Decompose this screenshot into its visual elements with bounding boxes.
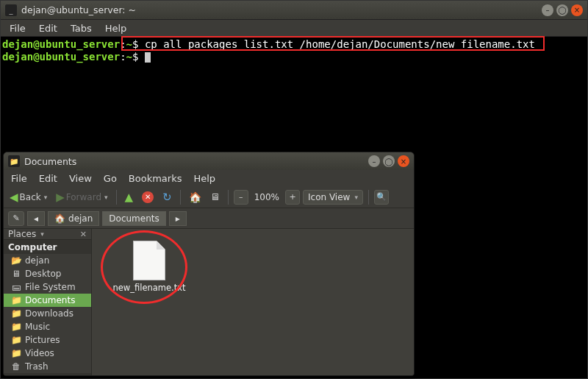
sidebar-item-documents[interactable]: 📁Documents [4,294,91,307]
menu-tabs[interactable]: Tabs [65,21,98,35]
fm-title: Documents [24,156,368,167]
zoom-in-button[interactable]: + [285,190,300,205]
menu-edit[interactable]: Edit [33,171,63,185]
drive-icon: 🖴 [11,282,21,292]
menu-view[interactable]: View [63,171,98,185]
stop-icon: ✕ [142,191,154,203]
terminal-menubar: File Edit Tabs Help [1,20,587,37]
menu-edit[interactable]: Edit [33,21,63,35]
fm-titlebar[interactable]: 📁 Documents – ◯ × [4,152,414,170]
sidebar-item-filesystem[interactable]: 🖴File System [4,280,91,294]
menu-help[interactable]: Help [99,21,133,35]
prompt-symbol: $ [132,51,138,63]
zoom-value: 100% [251,192,282,202]
pencil-icon: ✎ [12,213,19,223]
back-button[interactable]: ◀ Back ▾ [7,189,50,205]
prompt-user-host: dejan@ubuntu_server [2,51,120,63]
folder-icon: 📁 [11,348,21,358]
arrow-left-icon: ◀ [10,191,18,204]
forward-label: Forward [66,192,101,202]
sidebar-item-label: Music [25,322,50,332]
computer-button[interactable]: 🖥 [207,190,223,204]
toolbar-separator [228,190,229,205]
fm-locationbar: ✎ ◂ 🏠 dejan Documents ▸ [4,208,414,229]
up-button[interactable]: ▲ [122,189,137,205]
sidebar-item-downloads[interactable]: 📁Downloads [4,307,91,320]
sidebar-header[interactable]: Places ▾ ✕ [4,229,91,240]
file-manager-window: 📁 Documents – ◯ × File Edit View Go Book… [3,152,415,376]
breadcrumb-forward[interactable]: ▸ [169,211,187,226]
terminal-line-2: dejan@ubuntu_server:~$ [2,51,586,63]
reload-icon: ↻ [162,191,172,204]
trash-icon: 🗑 [11,361,21,372]
chevron-down-icon: ▾ [40,230,44,238]
folder-icon: 📁 [11,322,21,332]
sidebar-item-label: Documents [25,295,75,305]
chevron-down-icon: ▾ [44,194,48,201]
fm-toolbar: ◀ Back ▾ ▶ Forward ▾ ▲ ✕ ↻ 🏠 🖥 – 100% + … [4,186,414,208]
menu-file[interactable]: File [5,171,33,185]
search-button[interactable]: 🔍 [374,190,389,205]
reload-button[interactable]: ↻ [159,189,175,205]
forward-button[interactable]: ▶ Forward ▾ [53,189,110,205]
menu-file[interactable]: File [4,21,32,35]
view-mode-select[interactable]: Icon View ▾ [303,190,363,205]
stop-button[interactable]: ✕ [139,190,157,205]
sidebar-item-trash[interactable]: 🗑Trash [4,360,91,373]
maximize-button[interactable]: ◯ [556,4,568,16]
maximize-button[interactable]: ◯ [383,155,395,167]
breadcrumb-home[interactable]: 🏠 dejan [48,211,99,226]
sidebar-item-desktop[interactable]: 🖥Desktop [4,267,91,280]
prompt-user-host: dejan@ubuntu_server [2,38,120,50]
minimize-button[interactable]: – [368,155,380,167]
search-icon: 🔍 [376,192,387,202]
arrow-up-icon: ▲ [125,191,134,204]
sidebar-item-pictures[interactable]: 📁Pictures [4,333,91,347]
folder-icon: 📁 [11,335,21,345]
terminal-title: dejan@ubuntu_server: ~ [21,4,542,15]
file-item[interactable]: new_filename.txt [112,241,186,293]
terminal-titlebar[interactable]: _ dejan@ubuntu_server: ~ – ◯ × [1,1,587,20]
fm-menubar: File Edit View Go Bookmarks Help [4,170,414,186]
command-text: cp all_packages_list.txt /home/dejan/Doc… [145,38,535,50]
menu-go[interactable]: Go [98,171,123,185]
home-icon: 🏠 [54,213,65,224]
sidebar-item-label: Downloads [25,308,74,319]
close-button[interactable]: × [398,155,409,167]
minimize-button[interactable]: – [542,4,553,16]
view-mode-label: Icon View [308,192,350,202]
close-button[interactable]: × [571,4,583,16]
terminal-app-icon: _ [5,4,17,16]
sidebar-item-label: Trash [25,361,49,372]
sidebar-item-home[interactable]: 📂dejan [4,254,91,267]
sidebar-item-label: Desktop [25,269,62,279]
breadcrumb-current[interactable]: Documents [102,211,165,226]
prompt-colon: : [120,51,126,63]
fm-content-area[interactable]: new_filename.txt [92,229,414,375]
breadcrumb-back[interactable]: ◂ [27,211,45,226]
fm-window-buttons: – ◯ × [368,155,409,167]
text-file-icon [133,241,165,280]
fm-sidebar: Places ▾ ✕ Computer 📂dejan 🖥Desktop 🖴Fil… [4,229,92,375]
terminal-body[interactable]: dejan@ubuntu_server:~$ cp all_packages_l… [1,37,587,65]
sidebar-item-label: Pictures [25,335,60,345]
back-label: Back [20,192,41,202]
home-button[interactable]: 🏠 [186,190,204,205]
file-name-label: new_filename.txt [112,283,186,293]
breadcrumb-home-label: dejan [68,213,93,224]
path-edit-button[interactable]: ✎ [8,211,24,226]
menu-help[interactable]: Help [187,171,221,185]
close-sidebar-icon[interactable]: ✕ [80,230,87,239]
terminal-cursor [145,52,151,63]
prompt-colon: : [120,38,126,50]
sidebar-item-videos[interactable]: 📁Videos [4,347,91,360]
folder-home-icon: 📂 [11,255,21,266]
zoom-out-button[interactable]: – [234,190,248,205]
terminal-line-1: dejan@ubuntu_server:~$ cp all_packages_l… [2,38,586,51]
toolbar-separator [180,190,181,205]
sidebar-item-music[interactable]: 📁Music [4,320,91,333]
folder-icon: 📁 [11,308,21,319]
toolbar-separator [368,190,369,205]
menu-bookmarks[interactable]: Bookmarks [123,171,188,185]
chevron-down-icon: ▾ [354,194,358,201]
